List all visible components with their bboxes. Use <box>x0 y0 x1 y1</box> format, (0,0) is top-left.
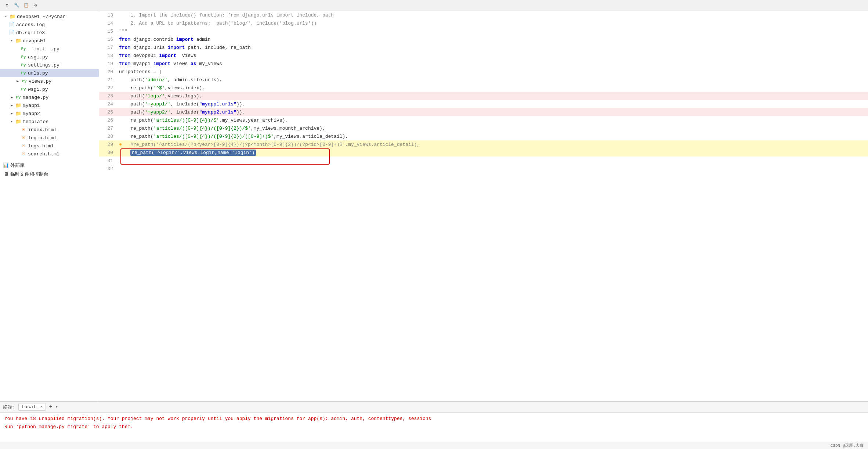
toolbar-btn-1[interactable]: ⚙ <box>3 1 11 10</box>
sidebar-label-login-html: login.html <box>28 135 57 141</box>
code-line-22: 22 re_path('^$',views.index), <box>99 84 868 92</box>
sidebar-label-external-lib: 外部库 <box>10 162 25 169</box>
code-line-14: 14 2. Add a URL to urlpatterns: path('bl… <box>99 19 868 27</box>
py-file-icon: Py <box>15 94 21 100</box>
line-num-32: 32 <box>99 166 117 172</box>
sidebar-label-templates: templates <box>23 119 48 125</box>
terminal-dropdown[interactable]: ▾ <box>55 404 58 410</box>
code-content-31: ] <box>117 158 868 164</box>
sidebar-label-search-html: search.html <box>28 151 59 157</box>
terminal-warning-line1: You have 18 unapplied migration(s). Your… <box>4 415 864 423</box>
sidebar-label-access-log: access.log <box>16 22 45 28</box>
code-content-26: re_path('articles/([0-9]{4})/$',my_views… <box>117 118 868 123</box>
sidebar-label-views-py: views.py <box>29 79 51 84</box>
line-num-15: 15 <box>99 29 117 34</box>
code-content-13: 1. Import the include() function: from d… <box>117 12 868 18</box>
terminal-icon: 🖥 <box>3 171 9 177</box>
toolbar-btn-3[interactable]: 📋 <box>22 1 30 10</box>
sidebar-item-temp-files[interactable]: 🖥 临时文件和控制台 <box>0 170 99 179</box>
code-content-16: from django.contrib import admin <box>117 37 868 42</box>
code-line-31: 31 ] <box>99 157 868 165</box>
code-content-30: re_path('^login/',views.login,name='logi… <box>117 150 868 155</box>
code-content-28: re_path('articles/([0-9]{4})/([0-9]{2})/… <box>117 134 868 139</box>
line-num-23: 23 <box>99 93 117 99</box>
sidebar-label-myapp1: myapp1 <box>23 103 40 108</box>
line-num-20: 20 <box>99 69 117 75</box>
code-line-20: 20 urlpatterns = [ <box>99 68 868 76</box>
sidebar-item-myapp2[interactable]: ▶ 📁 myapp2 <box>0 109 99 118</box>
sidebar-item-init-py[interactable]: Py __init__.py <box>0 45 99 53</box>
sidebar-item-db-sqlite3[interactable]: 📄 db.sqlite3 <box>0 29 99 37</box>
toolbar-btn-2[interactable]: 🔧 <box>12 1 21 10</box>
sidebar: ▾ 📁 devops01 ~/Pychar 📄 access.log 📄 db.… <box>0 11 99 401</box>
py-file-icon: Py <box>21 70 26 76</box>
terminal-warning-line2: Run 'python manage.py migrate' to apply … <box>4 423 864 431</box>
code-content-18: from devops01 import views <box>117 53 868 58</box>
sidebar-label-asgi-py: asgi.py <box>28 54 48 60</box>
terminal-tab-label: 终端: <box>3 404 15 410</box>
sidebar-item-templates[interactable]: ▾ 📁 templates <box>0 118 99 126</box>
code-content-22: re_path('^$',views.index), <box>117 85 868 91</box>
line-num-19: 19 <box>99 61 117 67</box>
line-num-31: 31 <box>99 158 117 164</box>
sidebar-item-search-html[interactable]: H search.html <box>0 150 99 158</box>
code-line-23: 23 path('logs/',views.logs), <box>99 92 868 100</box>
terminal-tab-close[interactable]: × <box>40 405 43 409</box>
sidebar-label-wsgi-py: wsgi.py <box>28 87 48 92</box>
sidebar-item-urls-py[interactable]: Py urls.py <box>0 69 99 77</box>
html-file-icon: H <box>21 135 26 141</box>
code-content-25: path('myapp2/', include("myapp2.urls")), <box>117 109 868 115</box>
chevron-down-icon: ▾ <box>3 14 9 19</box>
code-wrapper: 13 1. Import the include() function: fro… <box>99 11 868 173</box>
sidebar-item-asgi-py[interactable]: Py asgi.py <box>0 53 99 61</box>
code-content-20: urlpatterns = [ <box>117 69 868 75</box>
code-content-21: path('admin/', admin.site.urls), <box>117 77 868 83</box>
code-content-29: #re_path('^articles/(?p<year>[0-9]{4})/(… <box>117 142 868 147</box>
line-num-29: 29 <box>99 142 117 147</box>
footer-label: CSDN @远雁.大白 <box>831 443 864 448</box>
code-line-28: 28 re_path('articles/([0-9]{4})/([0-9]{2… <box>99 132 868 140</box>
sidebar-label-logs-html: logs.html <box>28 143 54 149</box>
terminal-tab-local-label: Local <box>22 404 36 410</box>
code-line-16: 16 from django.contrib import admin <box>99 35 868 43</box>
sidebar-label-init-py: __init__.py <box>28 46 59 52</box>
terminal-tab-local[interactable]: Local × <box>18 403 46 411</box>
py-file-icon: Py <box>21 86 26 92</box>
html-file-icon: H <box>21 151 26 157</box>
sidebar-root[interactable]: ▾ 📁 devops01 ~/Pychar <box>0 12 99 21</box>
db-icon: 📄 <box>9 30 15 36</box>
line-num-17: 17 <box>99 45 117 50</box>
sidebar-item-logs-html[interactable]: H logs.html <box>0 142 99 150</box>
line-num-21: 21 <box>99 77 117 83</box>
toolbar: ⚙ 🔧 📋 ⚙ <box>0 0 868 11</box>
chevron-down-icon: ▾ <box>9 38 15 44</box>
sidebar-item-access-log[interactable]: 📄 access.log <box>0 21 99 29</box>
sidebar-item-settings-py[interactable]: Py settings.py <box>0 61 99 69</box>
sidebar-label-index-html: index.html <box>28 127 57 133</box>
code-line-17: 17 from django.urls import path, include… <box>99 43 868 51</box>
sidebar-item-external-lib[interactable]: 📊 外部库 <box>0 161 99 170</box>
bullet-marker-29: ● <box>119 141 122 147</box>
sidebar-item-index-html[interactable]: H index.html <box>0 126 99 134</box>
line-num-16: 16 <box>99 37 117 42</box>
py-file-icon: Py <box>21 62 26 68</box>
footer: CSDN @远雁.大白 <box>0 442 868 449</box>
line-num-13: 13 <box>99 12 117 18</box>
sidebar-item-manage-py[interactable]: ▶ Py manage.py <box>0 93 99 101</box>
code-content-27: re_path('articles/([0-9]{4})/([0-9]{2})/… <box>117 126 868 131</box>
folder-icon: 📁 <box>15 38 21 44</box>
line-num-30: 30 <box>99 150 117 155</box>
toolbar-btn-4[interactable]: ⚙ <box>32 1 40 10</box>
sidebar-item-wsgi-py[interactable]: Py wsgi.py <box>0 85 99 93</box>
terminal-add-tab[interactable]: + <box>49 404 53 410</box>
sidebar-item-login-html[interactable]: H login.html <box>0 134 99 142</box>
line-num-14: 14 <box>99 21 117 26</box>
code-area[interactable]: 13 1. Import the include() function: fro… <box>99 11 868 401</box>
sidebar-item-views-py[interactable]: ▶ Py views.py <box>0 77 99 85</box>
sidebar-item-myapp1[interactable]: ▶ 📁 myapp1 <box>0 101 99 109</box>
folder-icon: 📁 <box>10 14 15 19</box>
line-num-27: 27 <box>99 126 117 131</box>
line-num-25: 25 <box>99 109 117 115</box>
sidebar-item-devops01[interactable]: ▾ 📁 devops01 <box>0 37 99 45</box>
chevron-right-icon: ▶ <box>9 94 15 100</box>
